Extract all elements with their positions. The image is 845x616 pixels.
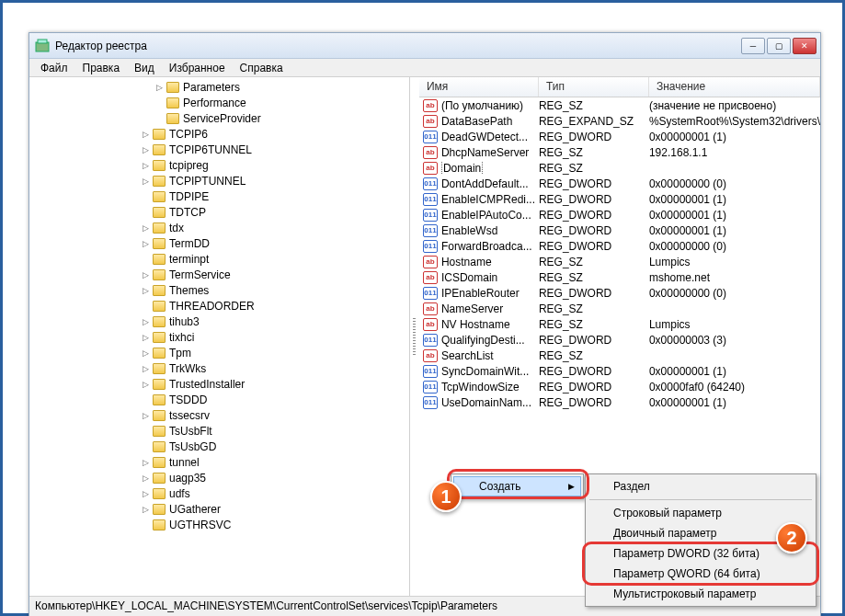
menu-help[interactable]: Справка xyxy=(233,60,291,76)
minimize-button[interactable]: ─ xyxy=(741,38,765,54)
list-row[interactable]: abDomainREG_SZ xyxy=(419,160,820,176)
expander-icon[interactable]: ▷ xyxy=(154,82,165,93)
value-data: 0x00000001 (1) xyxy=(649,396,820,409)
splitter[interactable] xyxy=(410,77,419,596)
menu-view[interactable]: Вид xyxy=(127,60,162,76)
expander-icon[interactable]: ▷ xyxy=(140,222,151,234)
tree-item[interactable]: TsUsbGD xyxy=(29,439,409,454)
ctx-section[interactable]: Раздел xyxy=(588,476,814,496)
expander-icon[interactable]: ▷ xyxy=(140,269,151,280)
tree-item[interactable]: ▷tcpipreg xyxy=(29,157,409,173)
list-row[interactable]: abSearchListREG_SZ xyxy=(419,348,820,363)
tree-item[interactable]: ▷uagp35 xyxy=(29,470,409,485)
ctx-qword[interactable]: Параметр QWORD (64 бита) xyxy=(588,564,814,584)
folder-icon xyxy=(153,176,166,187)
expander-icon[interactable]: ▷ xyxy=(140,379,151,390)
tree-item[interactable]: ▷TrkWks xyxy=(29,360,409,376)
tree-item[interactable]: ▷TrustedInstaller xyxy=(29,376,409,392)
list-row[interactable]: abHostnameREG_SZLumpics xyxy=(419,254,820,269)
list-row[interactable]: abNV HostnameREG_SZLumpics xyxy=(419,316,820,332)
expander-icon[interactable]: ▷ xyxy=(140,457,151,468)
expander-icon[interactable]: ▷ xyxy=(140,144,151,155)
tree-item[interactable]: ▷TCPIP6 xyxy=(29,126,409,142)
expander-icon[interactable]: ▷ xyxy=(140,285,151,296)
svg-rect-1 xyxy=(38,40,47,43)
menu-favorites[interactable]: Избранное xyxy=(162,60,233,76)
tree-item[interactable]: Performance xyxy=(29,95,409,110)
tree-item[interactable]: UGTHRSVC xyxy=(29,517,409,532)
value-name: NameServer xyxy=(441,302,539,315)
col-value[interactable]: Значение xyxy=(649,77,820,97)
tree-item[interactable]: ▷Parameters xyxy=(29,79,409,95)
expander-icon[interactable]: ▷ xyxy=(140,316,151,327)
tree-item[interactable]: TDTCP xyxy=(29,204,409,220)
value-type: REG_SZ xyxy=(539,99,649,112)
list-row[interactable]: abICSDomainREG_SZmshome.net xyxy=(419,269,820,285)
list-row[interactable]: 011DeadGWDetect...REG_DWORD0x00000001 (1… xyxy=(419,129,820,144)
expander-icon[interactable]: ▷ xyxy=(140,473,151,484)
list-row[interactable]: 011EnableWsdREG_DWORD0x00000001 (1) xyxy=(419,222,820,238)
tree-item[interactable]: ServiceProvider xyxy=(29,110,409,126)
list-row[interactable]: 011TcpWindowSizeREG_DWORD0x0000faf0 (642… xyxy=(419,379,820,394)
expander-icon[interactable]: ▷ xyxy=(140,160,151,171)
tree-item[interactable]: THREADORDER xyxy=(29,298,409,314)
list-row[interactable]: 011SyncDomainWit...REG_DWORD0x00000001 (… xyxy=(419,363,820,379)
expander-icon[interactable]: ▷ xyxy=(140,488,151,499)
value-data: 0x00000001 (1) xyxy=(649,193,820,206)
list-row[interactable]: ab(По умолчанию)REG_SZ(значение не присв… xyxy=(419,97,820,113)
expander-icon[interactable]: ▷ xyxy=(140,176,151,187)
list-row[interactable]: abDataBasePathREG_EXPAND_SZ%SystemRoot%\… xyxy=(419,113,820,129)
close-button[interactable]: ✕ xyxy=(793,38,816,54)
value-type: REG_SZ xyxy=(539,302,649,315)
tree-panel[interactable]: ▷ParametersPerformanceServiceProvider▷TC… xyxy=(29,77,410,596)
expander-icon xyxy=(140,441,151,452)
tree-item[interactable]: ▷TermDD xyxy=(29,235,409,251)
maximize-button[interactable]: ▢ xyxy=(767,38,791,54)
tree-item[interactable]: ▷TermService xyxy=(29,267,409,282)
tree-item[interactable]: terminpt xyxy=(29,251,409,267)
value-type: REG_SZ xyxy=(539,146,649,159)
folder-icon xyxy=(153,254,166,265)
list-row[interactable]: 011QualifyingDesti...REG_DWORD0x00000003… xyxy=(419,332,820,348)
list-row[interactable]: 011EnableIPAutoCo...REG_DWORD0x00000001 … xyxy=(419,207,820,222)
tree-item[interactable]: ▷tssecsrv xyxy=(29,407,409,423)
ctx-create[interactable]: Создать ▶ xyxy=(453,476,581,496)
expander-icon[interactable]: ▷ xyxy=(140,129,151,140)
list-row[interactable]: abNameServerREG_SZ xyxy=(419,301,820,316)
col-name[interactable]: Имя xyxy=(419,77,539,97)
tree-item[interactable]: TSDDD xyxy=(29,392,409,407)
tree-item[interactable]: ▷Themes xyxy=(29,282,409,298)
tree-label: tihub3 xyxy=(169,315,200,328)
expander-icon[interactable]: ▷ xyxy=(140,332,151,343)
list-row[interactable]: 011UseDomainNam...REG_DWORD0x00000001 (1… xyxy=(419,394,820,410)
list-row[interactable]: 011ForwardBroadca...REG_DWORD0x00000000 … xyxy=(419,238,820,254)
binary-value-icon: 011 xyxy=(423,365,438,378)
list-row[interactable]: 011IPEnableRouterREG_DWORD0x00000000 (0) xyxy=(419,285,820,301)
tree-item[interactable]: ▷UGatherer xyxy=(29,501,409,517)
tree-item[interactable]: ▷Tpm xyxy=(29,345,409,360)
expander-icon[interactable]: ▷ xyxy=(140,410,151,421)
tree-item[interactable]: ▷TCPIPTUNNEL xyxy=(29,173,409,188)
ctx-multistring[interactable]: Мультистроковый параметр xyxy=(588,584,814,604)
tree-item[interactable]: TDPIPE xyxy=(29,188,409,204)
tree-label: uagp35 xyxy=(169,472,206,485)
tree-item[interactable]: ▷tunnel xyxy=(29,454,409,470)
value-data: 0x00000000 (0) xyxy=(649,240,820,253)
expander-icon[interactable]: ▷ xyxy=(140,504,151,515)
list-row[interactable]: abDhcpNameServerREG_SZ192.168.1.1 xyxy=(419,144,820,160)
col-type[interactable]: Тип xyxy=(539,77,649,97)
tree-item[interactable]: ▷tixhci xyxy=(29,329,409,345)
tree-item[interactable]: ▷tihub3 xyxy=(29,314,409,329)
menu-file[interactable]: Файл xyxy=(33,60,75,76)
tree-item[interactable]: TsUsbFlt xyxy=(29,423,409,439)
ctx-string[interactable]: Строковый параметр xyxy=(588,503,814,523)
list-row[interactable]: 011EnableICMPRedi...REG_DWORD0x00000001 … xyxy=(419,191,820,207)
list-row[interactable]: 011DontAddDefault...REG_DWORD0x00000000 … xyxy=(419,176,820,191)
tree-item[interactable]: ▷TCPIP6TUNNEL xyxy=(29,142,409,157)
expander-icon[interactable]: ▷ xyxy=(140,238,151,249)
menu-edit[interactable]: Правка xyxy=(75,60,128,76)
tree-item[interactable]: ▷udfs xyxy=(29,485,409,501)
expander-icon[interactable]: ▷ xyxy=(140,363,151,374)
expander-icon[interactable]: ▷ xyxy=(140,348,151,359)
tree-item[interactable]: ▷tdx xyxy=(29,220,409,235)
